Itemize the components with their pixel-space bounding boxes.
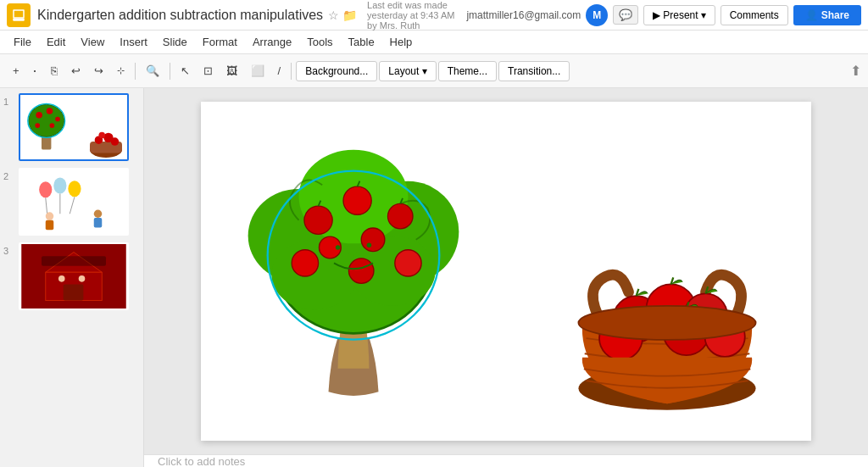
menu-arrange[interactable]: Arrange [246,33,298,51]
svg-point-6 [47,108,53,114]
title-actions: ☆ 📁 [328,8,357,22]
editor-area: Click to add notes [144,88,868,467]
toolbar: + · ⎘ ↩ ↪ ⊹ 🔍 ↖ ⊡ 🖼 ⬜ / Background... La… [0,54,868,88]
menu-view[interactable]: View [74,33,111,51]
present-button[interactable]: ▶ Present ▾ [643,5,715,25]
toolbar-image[interactable]: 🖼 [220,61,243,81]
toolbar-layout[interactable]: Layout ▾ [379,61,436,81]
menu-edit[interactable]: Edit [40,33,72,51]
menu-tools[interactable]: Tools [300,33,339,51]
svg-point-44 [292,250,318,276]
svg-rect-24 [46,220,54,230]
last-edit-text: Last edit was made yesterday at 9:43 AM … [367,0,459,31]
toolbar-sep1 [135,63,136,80]
toolbar-background[interactable]: Background... [296,61,377,81]
notes-area[interactable]: Click to add notes [144,454,868,467]
svg-point-45 [348,259,373,283]
svg-point-53 [336,245,341,250]
svg-point-5 [36,112,42,119]
svg-point-9 [50,123,55,128]
svg-rect-2 [13,18,25,20]
star-icon[interactable]: ☆ [328,8,339,22]
toolbar-theme[interactable]: Theme... [438,61,497,81]
menu-slide[interactable]: Slide [156,33,194,51]
svg-point-18 [53,178,66,194]
basket-with-apples-image[interactable] [557,246,777,415]
toolbar-line[interactable]: / [272,61,287,81]
toolbar-print[interactable]: ⎘ [45,61,64,81]
svg-point-25 [94,210,103,219]
toolbar-transition[interactable]: Transition... [498,61,570,81]
svg-point-41 [304,206,332,234]
toolbar-zoom[interactable]: 🔍 [140,61,165,81]
slide-thumbnail-1 [19,93,129,161]
svg-rect-1 [14,10,24,17]
main-area: 1 [0,88,868,467]
apple-tree-image[interactable] [226,119,481,415]
svg-point-7 [55,117,60,122]
toolbar-undo[interactable]: ↩ [65,61,86,81]
svg-point-32 [79,275,86,282]
collapse-panel-icon[interactable]: ⬆ [850,63,861,79]
svg-point-54 [367,242,372,247]
svg-point-8 [35,123,40,128]
svg-rect-26 [94,218,103,227]
user-email: jmattmiller16@gmail.com [466,9,581,21]
slide-thumb-3[interactable]: 3 [3,242,140,310]
toolbar-shapes[interactable]: ⬜ [245,61,270,81]
present-chevron: ▾ [701,9,706,21]
toolbar-cursor[interactable]: ↖ [175,61,196,81]
svg-point-19 [68,181,81,197]
present-icon: ▶ [653,9,660,21]
svg-point-47 [361,228,385,252]
menu-insert[interactable]: Insert [113,33,154,51]
svg-point-23 [46,212,54,220]
slide-canvas[interactable] [201,102,811,441]
toolbar-zoom-in[interactable]: + [7,61,25,81]
svg-line-22 [70,197,75,214]
folder-icon[interactable]: 📁 [342,8,357,22]
menu-format[interactable]: Format [196,33,244,51]
slide-panel: 1 [0,88,144,467]
menu-help[interactable]: Help [383,33,420,51]
toolbar-redo[interactable]: ↪ [88,61,109,81]
share-icon: 👤 [805,9,818,21]
notes-placeholder: Click to add notes [158,455,245,467]
menu-bar: File Edit View Insert Slide Format Arran… [0,31,868,54]
toolbar-sep2 [170,63,170,80]
svg-point-31 [58,275,65,282]
toolbar-textbox[interactable]: ⊡ [198,61,219,81]
svg-line-20 [46,197,47,214]
user-avatar: M [586,4,608,26]
toolbar-sep3 [291,63,292,80]
slide-thumb-1[interactable]: 1 [3,93,140,161]
share-button[interactable]: 👤 Share [793,5,861,25]
slide-thumbnail-2 [19,168,129,236]
user-area: jmattmiller16@gmail.com M 💬 ▶ Present ▾ … [466,4,861,26]
svg-point-39 [271,240,357,310]
app-icon [7,3,31,27]
doc-title: Kindergarten addition subtraction manipu… [37,8,323,23]
slide-thumb-2[interactable]: 2 [3,168,140,236]
toolbar-extra[interactable]: ⊹ [111,62,131,80]
slide-thumbnail-3 [19,242,129,310]
svg-point-15 [111,137,120,146]
comments-button[interactable]: Comments [721,5,788,25]
svg-point-43 [388,203,413,228]
menu-table[interactable]: Table [342,33,381,51]
svg-point-42 [343,186,371,214]
toolbar-dot[interactable]: · [27,58,43,83]
svg-rect-33 [42,256,106,265]
slide-canvas-wrapper [144,88,868,454]
menu-file[interactable]: File [7,33,38,51]
svg-point-46 [395,250,421,276]
svg-point-16 [98,132,105,139]
svg-rect-30 [64,285,84,301]
chat-icon-button[interactable]: 💬 [613,5,638,25]
svg-point-17 [39,181,52,197]
top-bar: Kindergarten addition subtraction manipu… [0,0,868,31]
